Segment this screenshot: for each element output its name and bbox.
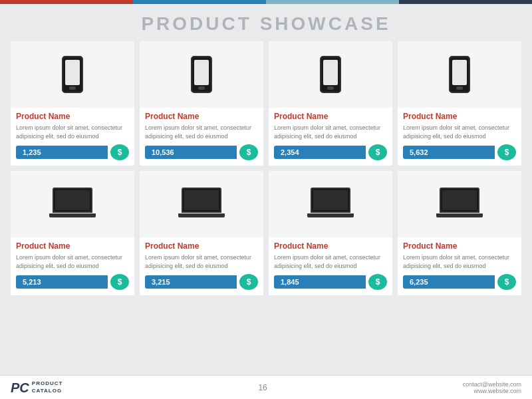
page-title: PRODUCT SHOWCASE [0, 4, 532, 41]
page-number: 16 [258, 383, 267, 392]
product-name: Product Name [145, 241, 258, 251]
logo-letters: PC [11, 381, 29, 394]
product-name: Product Name [145, 112, 258, 121]
logo-text: PRODUCT CATALOG [32, 380, 63, 394]
product-image-area [11, 41, 134, 108]
product-name: Product Name [403, 241, 516, 251]
phone-product-image [62, 56, 83, 93]
product-info: Product NameLorem ipsum dolor sit amet, … [140, 108, 263, 160]
product-name: Product Name [274, 241, 387, 251]
product-card: Product NameLorem ipsum dolor sit amet, … [11, 41, 134, 166]
product-price-row: 5,213$ [16, 274, 129, 290]
product-description: Lorem ipsum dolor sit amet, consectetur … [274, 124, 387, 140]
laptop-product-image [49, 188, 96, 221]
product-description: Lorem ipsum dolor sit amet, consectetur … [274, 253, 387, 270]
product-info: Product NameLorem ipsum dolor sit amet, … [269, 237, 392, 290]
price-bar: 1,845 [274, 275, 366, 289]
product-price-row: 3,215$ [145, 274, 258, 290]
product-info: Product NameLorem ipsum dolor sit amet, … [140, 237, 263, 290]
product-price-row: 6,235$ [403, 274, 516, 290]
buy-button[interactable]: $ [368, 144, 387, 160]
top-color-bar [0, 0, 532, 4]
price-bar: 2,354 [274, 146, 366, 159]
contact-info: contact@website.com www.website.com [463, 381, 521, 394]
product-price-row: 1,235$ [16, 144, 129, 160]
product-card: Product NameLorem ipsum dolor sit amet, … [398, 171, 521, 295]
product-image-area [398, 41, 521, 108]
laptop-product-image [178, 188, 225, 221]
contact-email: contact@website.com [463, 381, 521, 388]
logo-line2: CATALOG [32, 388, 63, 394]
product-price-row: 5,632$ [403, 144, 516, 160]
product-image-area [398, 171, 521, 237]
product-image-area [269, 171, 392, 237]
product-description: Lorem ipsum dolor sit amet, consectetur … [403, 124, 516, 140]
bar-teal [133, 0, 266, 4]
buy-button[interactable]: $ [239, 274, 258, 290]
product-info: Product NameLorem ipsum dolor sit amet, … [11, 237, 134, 290]
product-image-area [140, 171, 263, 237]
product-description: Lorem ipsum dolor sit amet, consectetur … [145, 253, 258, 270]
product-price-row: 10,536$ [145, 144, 258, 160]
footer-logo: PC PRODUCT CATALOG [11, 380, 63, 394]
product-info: Product NameLorem ipsum dolor sit amet, … [398, 237, 521, 290]
product-name: Product Name [274, 112, 387, 121]
laptop-product-image [307, 188, 354, 221]
product-description: Lorem ipsum dolor sit amet, consectetur … [403, 253, 516, 270]
buy-button[interactable]: $ [110, 144, 129, 160]
product-card: Product NameLorem ipsum dolor sit amet, … [140, 41, 263, 166]
product-info: Product NameLorem ipsum dolor sit amet, … [398, 108, 521, 160]
phone-product-image [449, 56, 470, 93]
bar-red [0, 0, 133, 4]
product-card: Product NameLorem ipsum dolor sit amet, … [140, 171, 263, 295]
laptop-product-image [436, 188, 483, 221]
top-product-grid: Product NameLorem ipsum dolor sit amet, … [0, 41, 532, 166]
price-bar: 5,213 [16, 275, 108, 289]
product-image-area [11, 171, 134, 237]
product-image-area [269, 41, 392, 108]
buy-button[interactable]: $ [110, 274, 129, 290]
buy-button[interactable]: $ [497, 274, 516, 290]
product-name: Product Name [403, 112, 516, 121]
price-bar: 5,632 [403, 146, 495, 159]
buy-button[interactable]: $ [368, 274, 387, 290]
product-name: Product Name [16, 112, 129, 121]
phone-product-image [191, 56, 212, 93]
product-price-row: 2,354$ [274, 144, 387, 160]
product-price-row: 1,845$ [274, 274, 387, 290]
price-bar: 10,536 [145, 146, 237, 159]
bottom-product-grid: Product NameLorem ipsum dolor sit amet, … [0, 171, 532, 295]
product-image-area [140, 41, 263, 108]
buy-button[interactable]: $ [497, 144, 516, 160]
product-card: Product NameLorem ipsum dolor sit amet, … [11, 171, 134, 295]
product-card: Product NameLorem ipsum dolor sit amet, … [269, 171, 392, 295]
buy-button[interactable]: $ [239, 144, 258, 160]
price-bar: 3,215 [145, 275, 237, 289]
price-bar: 1,235 [16, 146, 108, 159]
bar-light [266, 0, 399, 4]
product-card: Product NameLorem ipsum dolor sit amet, … [269, 41, 392, 166]
contact-website: www.website.com [463, 388, 521, 394]
product-description: Lorem ipsum dolor sit amet, consectetur … [16, 124, 129, 140]
bar-dark [399, 0, 532, 4]
product-card: Product NameLorem ipsum dolor sit amet, … [398, 41, 521, 166]
product-description: Lorem ipsum dolor sit amet, consectetur … [145, 124, 258, 140]
product-info: Product NameLorem ipsum dolor sit amet, … [11, 108, 134, 160]
footer: PC PRODUCT CATALOG 16 contact@website.co… [0, 375, 532, 399]
product-name: Product Name [16, 241, 129, 251]
logo-line1: PRODUCT [32, 380, 63, 387]
product-description: Lorem ipsum dolor sit amet, consectetur … [16, 253, 129, 270]
phone-product-image [320, 56, 341, 93]
product-info: Product NameLorem ipsum dolor sit amet, … [269, 108, 392, 160]
price-bar: 6,235 [403, 275, 495, 289]
